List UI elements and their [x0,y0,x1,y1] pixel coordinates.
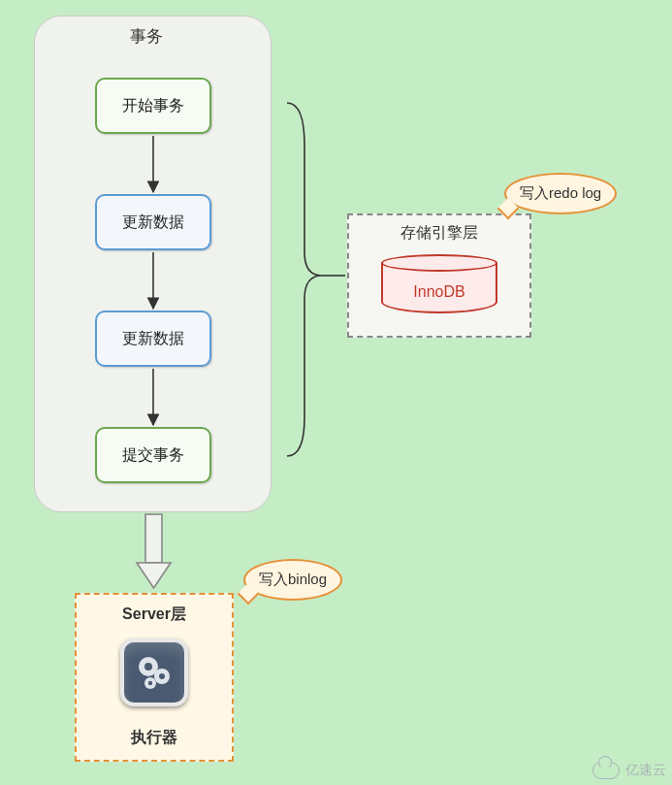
bubble-text: 写入binlog [259,571,327,587]
bubble-text: 写入redo log [520,184,601,201]
storage-title: 存储引擎层 [400,224,478,241]
step-label: 更新数据 [122,329,184,349]
storage-engine-box: 存储引擎层 InnoDB [347,213,531,338]
step-label: 提交事务 [122,445,184,466]
storage-engine-label: InnoDB [381,283,497,301]
gear-icon [120,638,188,706]
redo-log-bubble: 写入redo log [504,173,617,214]
server-layer-box: Server层 执行器 [75,593,234,762]
watermark-text: 亿速云 [625,762,666,779]
step-label: 更新数据 [122,213,184,233]
server-title: Server层 [122,605,186,622]
svg-rect-9 [145,514,162,563]
svg-point-5 [148,681,152,685]
step-update-1: 更新数据 [95,194,211,250]
binlog-bubble: 写入binlog [243,559,342,601]
step-begin-tx: 开始事务 [95,78,211,134]
cloud-icon [592,762,620,779]
server-component-label: 执行器 [77,728,232,748]
watermark: 亿速云 [592,762,666,779]
transaction-title: 事务 [130,25,163,48]
svg-marker-10 [137,563,171,588]
step-label: 开始事务 [122,96,184,116]
svg-point-1 [144,663,152,671]
innodb-cylinder-icon: InnoDB [381,254,497,322]
step-update-2: 更新数据 [95,311,211,367]
step-commit-tx: 提交事务 [95,427,211,483]
svg-point-3 [159,673,165,679]
